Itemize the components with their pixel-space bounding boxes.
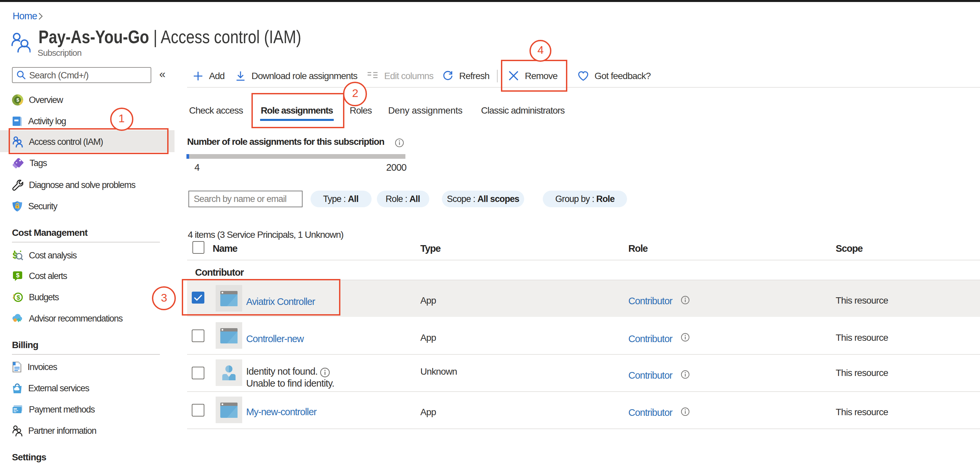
- svg-text:$: $: [17, 294, 20, 300]
